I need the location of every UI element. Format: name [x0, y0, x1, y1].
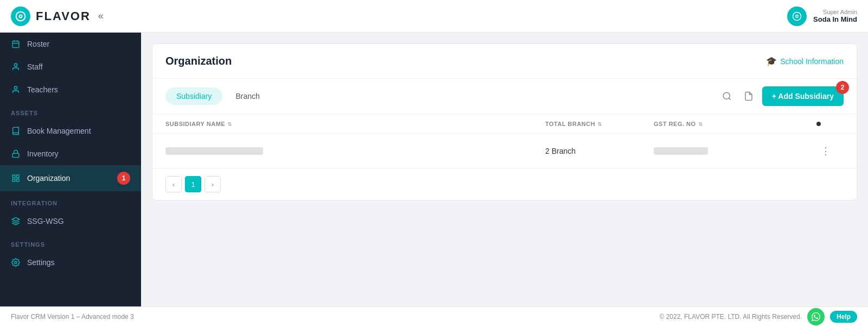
pagination: ‹ 1 ›: [152, 168, 857, 200]
user-avatar: [787, 7, 807, 26]
svg-point-15: [723, 92, 730, 99]
sidebar-item-settings-label: Settings: [27, 258, 55, 267]
logo-area: FLAVOR «: [11, 7, 106, 26]
pagination-page-1[interactable]: 1: [185, 176, 201, 192]
document-button[interactable]: [741, 88, 757, 104]
integration-section-label: INTEGRATION: [0, 191, 141, 210]
subsidiary-name-cell: [165, 147, 545, 155]
grid-icon: [11, 173, 21, 183]
collapse-button[interactable]: «: [96, 8, 106, 24]
school-icon: 🎓: [766, 56, 777, 66]
sort-icon-branch: ⇅: [597, 121, 602, 127]
sidebar-item-inventory[interactable]: Inventory: [0, 142, 141, 165]
settings-section-label: SETTINGS: [0, 233, 141, 251]
svg-point-7: [14, 86, 17, 89]
svg-point-0: [20, 15, 22, 17]
add-button-badge: 2: [836, 81, 849, 94]
sidebar-item-settings[interactable]: Settings: [0, 251, 141, 274]
user-info: Super Admin Soda In Mind: [813, 9, 857, 23]
book-icon: [11, 126, 21, 136]
table-container: SUBSIDIARY NAME ⇅ TOTAL BRANCH ⇅ GST REG…: [152, 114, 857, 168]
sort-icon-gst: ⇅: [698, 121, 703, 127]
blurred-gst: [654, 147, 708, 155]
gst-reg-no-cell: [654, 147, 816, 155]
tab-subsidiary[interactable]: Subsidiary: [165, 87, 222, 105]
tab-branch[interactable]: Branch: [225, 87, 270, 105]
sidebar-item-staff-label: Staff: [27, 62, 43, 71]
tabs-bar: Subsidiary Branch + Add Subsidiary 2: [152, 79, 857, 114]
sidebar: Roster Staff Teachers ASSETS Book Manage…: [0, 33, 141, 306]
search-button[interactable]: [719, 88, 735, 104]
help-button[interactable]: Help: [830, 311, 857, 323]
svg-point-6: [14, 64, 17, 66]
user-name: Soda In Mind: [813, 15, 857, 23]
main-content: Organization 🎓 School Information Subsid…: [141, 33, 868, 306]
sidebar-item-organization-label: Organization: [27, 174, 70, 183]
sidebar-item-inventory-label: Inventory: [27, 149, 59, 158]
svg-rect-8: [12, 153, 19, 157]
gear-icon: [11, 258, 21, 267]
table-header: SUBSIDIARY NAME ⇅ TOTAL BRANCH ⇅ GST REG…: [152, 114, 857, 134]
svg-rect-2: [12, 41, 19, 48]
school-info-label: School Information: [780, 57, 844, 66]
card-header: Organization 🎓 School Information: [152, 44, 857, 79]
footer: Flavor CRM Version 1 – Advanced mode 3 ©…: [0, 306, 868, 326]
dot-icon: [816, 122, 821, 126]
layers-icon: [11, 216, 21, 226]
blurred-name: [165, 147, 263, 155]
header: FLAVOR « Super Admin Soda In Mind: [0, 0, 868, 33]
organization-card: Organization 🎓 School Information Subsid…: [152, 43, 857, 200]
user-icon: [11, 62, 21, 72]
sidebar-item-teachers-label: Teachers: [27, 85, 58, 94]
add-subsidiary-button[interactable]: + Add Subsidiary 2: [762, 86, 844, 106]
tabs: Subsidiary Branch: [165, 87, 271, 105]
pagination-prev[interactable]: ‹: [165, 176, 182, 192]
sidebar-item-ssg-label: SSG-WSG: [27, 217, 64, 225]
svg-rect-10: [16, 175, 19, 178]
more-options-button[interactable]: ⋮: [816, 143, 835, 159]
table-row: 2 Branch ⋮: [152, 134, 857, 168]
total-branch-cell: 2 Branch: [545, 147, 654, 155]
sidebar-item-roster-label: Roster: [27, 40, 49, 48]
sidebar-item-book-management[interactable]: Book Management: [0, 120, 141, 142]
calendar-icon: [11, 39, 21, 49]
col-total-branch: TOTAL BRANCH ⇅: [545, 121, 654, 127]
sort-icon-name: ⇅: [227, 121, 232, 127]
svg-rect-9: [12, 175, 15, 178]
sidebar-item-staff[interactable]: Staff: [0, 55, 141, 78]
user-role: Super Admin: [813, 9, 857, 15]
pagination-next[interactable]: ›: [205, 176, 221, 192]
tab-actions: + Add Subsidiary 2: [719, 86, 844, 106]
svg-marker-13: [12, 217, 19, 221]
assets-section-label: ASSETS: [0, 101, 141, 120]
user-circle-icon: [11, 85, 21, 95]
svg-line-16: [729, 98, 730, 99]
svg-point-1: [796, 15, 799, 17]
sidebar-item-organization[interactable]: Organization 1: [0, 165, 141, 191]
sidebar-item-book-label: Book Management: [27, 127, 91, 135]
lock-icon: [11, 149, 21, 159]
svg-rect-11: [16, 179, 19, 181]
col-actions: [816, 121, 844, 127]
logo-text: FLAVOR: [36, 9, 91, 23]
footer-version: Flavor CRM Version 1 – Advanced mode 3: [11, 313, 134, 321]
layout: Roster Staff Teachers ASSETS Book Manage…: [0, 33, 868, 306]
row-actions-cell: ⋮: [816, 143, 844, 159]
sidebar-item-roster[interactable]: Roster: [0, 33, 141, 55]
whatsapp-button[interactable]: [807, 308, 825, 325]
svg-rect-12: [12, 179, 15, 181]
col-subsidiary-name: SUBSIDIARY NAME ⇅: [165, 121, 545, 127]
page-title: Organization: [165, 55, 232, 67]
logo-icon: [11, 7, 30, 26]
organization-badge: 1: [117, 172, 130, 185]
user-area: Super Admin Soda In Mind: [787, 7, 857, 26]
col-gst-reg-no: GST REG. NO ⇅: [654, 121, 816, 127]
sidebar-item-teachers[interactable]: Teachers: [0, 78, 141, 101]
school-info-link[interactable]: 🎓 School Information: [766, 56, 844, 66]
footer-right: © 2022, FLAVOR PTE. LTD. All Rights Rese…: [659, 308, 857, 325]
footer-copyright: © 2022, FLAVOR PTE. LTD. All Rights Rese…: [659, 313, 802, 321]
svg-point-14: [15, 261, 17, 264]
sidebar-item-ssg-wsg[interactable]: SSG-WSG: [0, 210, 141, 233]
